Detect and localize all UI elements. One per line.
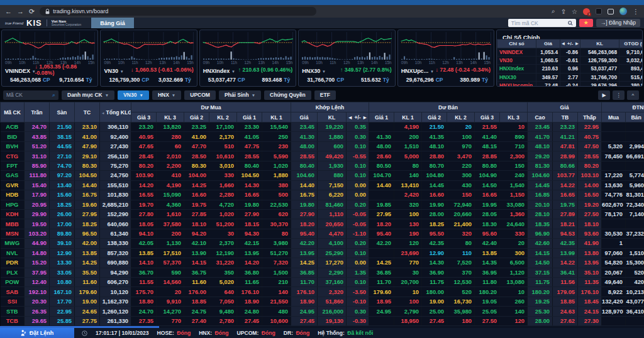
stock-row-bvh[interactable]: BVH51.2044.5547.9027,43047.656047.705104…: [1, 141, 644, 151]
ticker-search-box[interactable]: [508, 19, 576, 27]
collapse-button[interactable]: ^: [627, 90, 639, 100]
share-icon[interactable]: ⇪: [561, 8, 566, 15]
zoom-icon[interactable]: ⌕: [552, 8, 555, 15]
profile-avatar[interactable]: [619, 8, 627, 15]
stock-row-kdh[interactable]: KDH29.9026.0027.95152,29027.801,61027.85…: [1, 209, 644, 219]
time-label: 13h: [456, 60, 463, 65]
url-bar[interactable]: trading.kisvn.vn/board: [40, 7, 316, 16]
stock-row-pdr[interactable]: PDR15.2013.3014.25690,88014.1057,37014.1…: [1, 258, 644, 268]
price-cell: 30: [394, 268, 422, 277]
index-cell: -0.86: [560, 48, 580, 57]
price-cell: 28.55: [578, 151, 602, 161]
filter-tab-etf[interactable]: ETF: [314, 90, 336, 100]
filter-tab-hnx[interactable]: HNX▼: [152, 90, 181, 100]
price-cell: 28.45: [131, 151, 157, 161]
stock-row-stb[interactable]: STB26.3522.9524.651,260,12024.7014,27024…: [1, 307, 644, 316]
symbol-filter-input[interactable]: [6, 92, 52, 98]
adblock-extension-icon[interactable]: 1: [583, 8, 590, 15]
forward-button[interactable]: →: [17, 5, 24, 18]
filter-tab-danh-m-c-ck[interactable]: Danh mục CK▼: [62, 90, 114, 100]
price-cell: 4,720: [209, 200, 237, 209]
filter-tab-ph-i-sinh[interactable]: Phái Sinh▼: [219, 90, 261, 100]
index-row-vn30[interactable]: VN301,060.5-0.61126,759,3003,032,669: [497, 57, 643, 65]
index-row-hnx30[interactable]: HNX30349.572.7731,766,700515,632: [497, 73, 643, 81]
horizontal-scrollbar-thumb[interactable]: [0, 326, 159, 328]
more-options-button[interactable]: ⋮: [613, 90, 625, 100]
stock-row-hpg[interactable]: HPG20.9518.2519.602,685,21019.704,36019.…: [1, 200, 644, 209]
place-order-button[interactable]: Đặt Lệnh: [0, 328, 74, 338]
back-button[interactable]: ←: [5, 5, 12, 18]
price-cell: 37,580: [157, 219, 184, 229]
price-cell: 3,980: [262, 239, 291, 248]
time-label: 14h: [173, 60, 180, 65]
bookmark-star-icon[interactable]: ☆: [572, 8, 577, 15]
price-cell: 42.00: [75, 239, 100, 248]
stock-row-msn[interactable]: MSN103.2089.8096.5061,34094.1020094.2030…: [1, 229, 644, 238]
ticker-search-input[interactable]: [511, 20, 565, 26]
price-cell: 22.95: [578, 123, 602, 132]
price-cell: 14.25: [75, 258, 100, 268]
symbol-filter-box[interactable]: ⌕: [3, 90, 58, 100]
ticker-cell: PDR: [1, 258, 25, 268]
stock-row-gvr[interactable]: GVR15.4013.4014.40155,51014.204,19014.25…: [1, 180, 644, 190]
price-cell: 41.30: [291, 132, 318, 141]
price-cell: 14.15: [528, 248, 553, 258]
stock-row-ctg[interactable]: CTG31.1027.1029.10256,11028.452,01028.50…: [1, 151, 644, 161]
stock-row-ssi[interactable]: SSI20.3017.7019.001,162,37018.809,91018.…: [1, 297, 644, 306]
price-cell: 14.22: [553, 258, 578, 268]
favorites-star-button[interactable]: ★: [579, 19, 593, 27]
filter-tab-vn30[interactable]: VN30▼: [118, 90, 149, 100]
stock-row-mbb[interactable]: MBB19.5017.0018.25640,06018.0537,58018.1…: [1, 219, 644, 229]
price-cell: 28.50: [184, 151, 209, 161]
login-button[interactable]: →] Đăng Nhập: [596, 19, 640, 27]
stock-row-hdb[interactable]: HDB17.9015.6016.75101,83016.5515,09016.6…: [1, 190, 644, 200]
stock-row-nvl[interactable]: NVL14.8012.9013.85857,32013.8517,51013.9…: [1, 248, 644, 258]
index-row-vnindex[interactable]: VNINDEX1,053.4-0.86546,263,0689,710,654: [497, 48, 643, 57]
index-column-header: Giá: [536, 40, 560, 48]
scroll-left-icon[interactable]: ◄: [101, 111, 104, 115]
stock-row-acb[interactable]: ACB24.7021.5023.10306,11023.2013,82023.2…: [1, 123, 644, 132]
price-cell: 24,750: [100, 171, 131, 180]
price-cell: 14.40: [291, 180, 318, 190]
stock-row-tcb[interactable]: TCB29.6525.8527.75261,33027.3577027.402,…: [1, 316, 644, 325]
price-cell: 28.99: [553, 151, 578, 161]
refresh-button[interactable]: ⟳: [29, 5, 35, 18]
price-cell: 41.21: [553, 132, 578, 141]
column-header-d-b-n-kl-2: KL 2: [447, 112, 475, 123]
stock-row-mwg[interactable]: MWG44.9039.1042.00138,33042.051,13042.10…: [1, 239, 644, 248]
stock-row-bid[interactable]: BID43.8538.1541.0092,40040.9528041.002,1…: [1, 132, 644, 141]
time-label: 14h: [470, 60, 477, 65]
play-button[interactable]: ▶: [598, 90, 610, 100]
index-price: ↑ 210.63 (0.96 0.46%): [238, 67, 293, 73]
price-cell: 110: [447, 248, 475, 258]
filter-tab-ch-ng-quy-n[interactable]: Chứng Quyền: [264, 90, 311, 100]
tab-bang-gia[interactable]: Bảng Giá: [91, 18, 134, 28]
browser-menu-icon[interactable]: ⋮: [633, 8, 639, 15]
price-cell: 27.80: [131, 209, 157, 219]
sidebar-icon[interactable]: [608, 9, 614, 14]
index-column-header: ◄ +/- ►: [560, 40, 580, 48]
price-cell: 80: [262, 229, 291, 238]
price-cell: 17,510: [157, 248, 184, 258]
price-cell: 176.10: [578, 287, 602, 297]
stock-row-sab[interactable]: SAB192.10167.10179.6010,120175.7020176.0…: [1, 287, 644, 297]
stock-row-fpt[interactable]: FPT85.9074.7080.3075,27080.202,20080.303…: [1, 161, 644, 170]
price-cell: 80.80: [475, 161, 500, 170]
stock-row-pow[interactable]: POW12.4010.8011.60606,27011.5514,56011.6…: [1, 278, 644, 287]
index-row-hnxupcomin[interactable]: HNXUpcomin...72.48-0.2429,676,296380,989: [497, 81, 643, 87]
index-row-hnxindex[interactable]: HNXIndex210.630.9653,037,477893,468: [497, 65, 643, 73]
stock-row-plx[interactable]: PLX37.9533.0535.5094,29036.7059036.75350…: [1, 268, 644, 277]
horizontal-scrollbar-track[interactable]: [0, 326, 644, 328]
price-cell: 306,110: [100, 123, 131, 132]
extension-icon[interactable]: [596, 8, 602, 14]
price-cell: 13.40: [50, 180, 75, 190]
price-cell: 14.25: [184, 180, 209, 190]
brand-divider: [47, 19, 47, 26]
price-cell: 14.20: [131, 180, 157, 190]
price-cell: 17.70: [50, 297, 75, 306]
price-cell: 48.15: [475, 141, 500, 151]
stock-row-gas[interactable]: GAS111.8097.20104.5024,750103.90410104.0…: [1, 171, 644, 180]
price-cell: 240: [500, 171, 528, 180]
filter-tab-upcom[interactable]: UPCOM: [184, 90, 216, 100]
column-header-d-b-n-kl-3: KL 3: [500, 112, 528, 123]
